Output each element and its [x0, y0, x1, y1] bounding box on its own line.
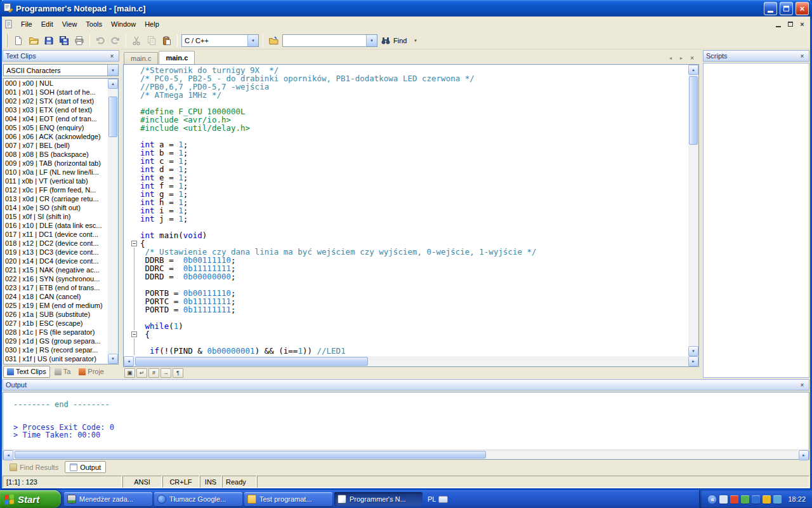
- chevron-down-icon[interactable]: ▼: [247, 35, 258, 46]
- menu-item-help[interactable]: Help: [140, 17, 164, 31]
- list-item[interactable]: 014 | x0e | SO (shift out): [4, 204, 108, 213]
- list-item[interactable]: 001 | x01 | SOH (start of he...: [4, 88, 108, 97]
- language-bar[interactable]: PL: [422, 492, 453, 506]
- list-item[interactable]: 007 | x07 | BEL (bell): [4, 142, 108, 150]
- list-item[interactable]: 019 | x13 | DC3 (device cont...: [4, 248, 108, 257]
- tab-prev-button[interactable]: ◄: [666, 53, 675, 62]
- find-dropdown-button[interactable]: ▼: [411, 34, 419, 48]
- menu-item-edit[interactable]: Edit: [37, 17, 58, 31]
- toolbar-grip[interactable]: [6, 34, 8, 47]
- list-item[interactable]: 003 | x03 | ETX (end of text): [4, 106, 108, 115]
- close-panel-icon[interactable]: ×: [798, 381, 806, 389]
- list-item[interactable]: 026 | x1a | SUB (substitute): [4, 311, 108, 319]
- list-item[interactable]: 012 | x0c | FF (form feed, N...: [4, 186, 108, 195]
- panel-tab-projects[interactable]: Proje: [75, 366, 108, 378]
- taskbar-task-button[interactable]: Programmer's N...: [334, 492, 422, 506]
- clips-set-select[interactable]: ASCII Characters ▼: [3, 64, 119, 76]
- list-item[interactable]: 024 | x18 | CAN (cancel): [4, 293, 108, 302]
- paste-button[interactable]: [159, 33, 174, 48]
- close-panel-icon[interactable]: ×: [798, 52, 806, 60]
- browse-folder-button[interactable]: [266, 33, 281, 48]
- panel-tab-clips[interactable]: Text Clips: [3, 366, 50, 378]
- tray-volume-icon[interactable]: [719, 495, 728, 504]
- menu-item-view[interactable]: View: [58, 17, 82, 31]
- list-item[interactable]: 010 | x0a | LF (NL new line/li...: [4, 168, 108, 177]
- output-tab-find[interactable]: Find Results: [4, 461, 63, 473]
- taskbar-task-button[interactable]: Test programat...: [244, 492, 332, 506]
- code-editor[interactable]: /*Sterownik do turnigy 9X *//* PC0-5, PB…: [124, 65, 688, 356]
- close-button[interactable]: ×: [796, 2, 809, 15]
- scroll-left-button[interactable]: ◄: [3, 450, 13, 460]
- list-item[interactable]: 002 | x02 | STX (start of text): [4, 97, 108, 106]
- tray-display-icon[interactable]: [773, 495, 782, 504]
- title-bar[interactable]: Programmer's Notepad - [main.c] ×: [0, 0, 812, 17]
- scroll-down-button[interactable]: ▼: [108, 354, 118, 364]
- list-item[interactable]: 017 | x11 | DC1 (device cont...: [4, 231, 108, 239]
- chevron-down-icon[interactable]: ▼: [366, 35, 377, 46]
- scroll-down-button[interactable]: ▼: [688, 346, 698, 356]
- menu-item-tools[interactable]: Tools: [81, 17, 107, 31]
- list-item[interactable]: 025 | x19 | EM (end of medium): [4, 302, 108, 311]
- clips-scrollbar[interactable]: ▲ ▼: [108, 79, 118, 364]
- list-item[interactable]: 028 | x1c | FS (file separator): [4, 328, 108, 337]
- mdi-restore-button[interactable]: [785, 20, 796, 29]
- list-item[interactable]: 031 | x1f | US (unit separator): [4, 355, 108, 364]
- tray-security-icon[interactable]: [763, 495, 771, 504]
- list-item[interactable]: 005 | x05 | ENQ (enquiry): [4, 124, 108, 133]
- scrollbar-thumb[interactable]: [108, 97, 117, 137]
- menu-item-window[interactable]: Window: [107, 17, 140, 31]
- mdi-close-button[interactable]: ×: [797, 20, 808, 29]
- list-item[interactable]: 015 | x0f | SI (shift in): [4, 213, 108, 222]
- list-item[interactable]: 016 | x10 | DLE (data link esc...: [4, 222, 108, 231]
- menu-item-file[interactable]: File: [16, 17, 37, 31]
- scrollbar-thumb[interactable]: [689, 76, 698, 145]
- view-eol-button[interactable]: ↵: [136, 368, 147, 378]
- list-item[interactable]: 023 | x17 | ETB (end of trans...: [4, 284, 108, 293]
- panel-tab-tags[interactable]: Ta: [51, 366, 75, 378]
- search-combo[interactable]: ▼: [282, 34, 377, 47]
- tray-messenger-icon[interactable]: [741, 495, 749, 504]
- view-whitespace-button[interactable]: ▣: [124, 368, 135, 378]
- scroll-left-button[interactable]: ◄: [124, 356, 134, 366]
- scrollbar-thumb[interactable]: [15, 451, 486, 458]
- tab-close-button[interactable]: ×: [688, 53, 697, 62]
- taskbar-task-button[interactable]: Tłumacz Google...: [154, 492, 242, 506]
- list-item[interactable]: 004 | x04 | EOT (end of tran...: [4, 115, 108, 124]
- list-item[interactable]: 030 | x1e | RS (record separ...: [4, 346, 108, 355]
- view-line-numbers-button[interactable]: #: [148, 368, 159, 378]
- close-panel-icon[interactable]: ×: [108, 52, 116, 60]
- search-input[interactable]: [283, 37, 366, 44]
- list-item[interactable]: 018 | x12 | DC2 (device cont...: [4, 239, 108, 248]
- save-button[interactable]: [41, 33, 56, 48]
- scroll-up-button[interactable]: ▲: [688, 65, 698, 75]
- editor-vscrollbar[interactable]: ▲ ▼: [688, 65, 698, 356]
- list-item[interactable]: 022 | x16 | SYN (synchronou...: [4, 275, 108, 284]
- scheme-select[interactable]: C / C++ ▼: [181, 34, 259, 47]
- list-item[interactable]: 021 | x15 | NAK (negative ac...: [4, 266, 108, 275]
- list-item[interactable]: 013 | x0d | CR (carriage retu...: [4, 195, 108, 204]
- view-wrap-button[interactable]: →: [160, 368, 171, 378]
- editor-hscrollbar[interactable]: ◄ ►: [124, 356, 698, 366]
- taskbar-task-button[interactable]: Menedżer zada...: [64, 492, 152, 506]
- save-all-button[interactable]: [56, 33, 72, 48]
- mdi-minimize-button[interactable]: [773, 20, 783, 29]
- clips-list[interactable]: 000 | x00 | NUL001 | x01 | SOH (start of…: [4, 79, 108, 364]
- minimize-button[interactable]: [764, 2, 777, 15]
- scroll-right-button[interactable]: ►: [688, 356, 698, 366]
- list-item[interactable]: 008 | x08 | BS (backspace): [4, 150, 108, 159]
- document-tab[interactable]: main.c: [124, 52, 158, 64]
- list-item[interactable]: 011 | x0b | VT (vertical tab): [4, 177, 108, 186]
- chevron-down-icon[interactable]: ▼: [107, 65, 118, 76]
- view-paragraph-button[interactable]: ¶: [173, 368, 183, 378]
- list-item[interactable]: 009 | x09 | TAB (horizontal tab): [4, 159, 108, 168]
- list-item[interactable]: 006 | x06 | ACK (acknowledge): [4, 133, 108, 142]
- fold-toggle-icon[interactable]: −: [131, 241, 137, 246]
- hide-icons-button[interactable]: «: [707, 495, 717, 504]
- find-button[interactable]: Find: [379, 34, 411, 48]
- fold-toggle-icon[interactable]: −: [131, 331, 137, 337]
- start-button[interactable]: Start: [0, 490, 61, 508]
- scroll-up-button[interactable]: ▲: [108, 79, 118, 89]
- scroll-right-button[interactable]: ►: [799, 450, 809, 460]
- output-hscrollbar[interactable]: ◄ ►: [3, 450, 809, 460]
- restore-button[interactable]: [780, 2, 793, 15]
